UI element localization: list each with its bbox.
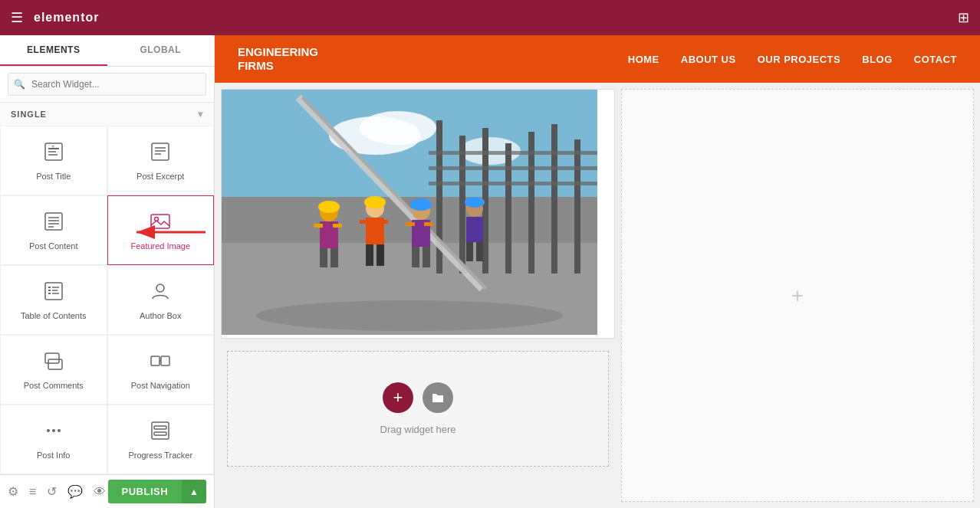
svg-rect-49 [429,166,597,170]
table-of-contents-icon [43,280,64,305]
widget-table-of-contents[interactable]: Table of Contents [0,265,107,335]
grid-icon[interactable]: ⊞ [958,9,969,26]
svg-rect-76 [466,242,473,261]
nav-contact[interactable]: COTACT [914,54,957,65]
svg-rect-34 [154,432,166,435]
tab-global[interactable]: GLOBAL [107,35,215,66]
svg-rect-32 [152,422,169,439]
preview-icon[interactable]: 👁 [94,485,106,499]
layers-icon[interactable]: ≡ [29,485,36,499]
widget-post-content[interactable]: Post Content [0,195,107,265]
hamburger-icon[interactable]: ☰ [11,9,23,26]
publish-button[interactable]: PUBLISH [108,480,183,503]
svg-rect-24 [45,353,59,363]
post-excerpt-label: Post Excerpt [136,172,184,181]
drag-buttons: + [383,382,453,413]
svg-point-79 [256,300,563,331]
widget-progress-tracker[interactable]: Progress Tracker [107,405,215,474]
table-of-contents-label: Table of Contents [21,311,87,320]
nav-projects[interactable]: OUR PROJECTS [758,54,841,65]
svg-rect-50 [429,182,597,185]
widgets-grid: T Post Title Post Excerpt [0,126,214,474]
widget-featured-image[interactable]: Featured Image [107,195,215,265]
history-icon[interactable]: ↺ [47,484,57,499]
drag-label: Drag widget here [380,424,456,435]
svg-rect-77 [476,242,483,261]
nav-blog[interactable]: BLOG [862,54,893,65]
widget-post-navigation[interactable]: Post Navigation [107,335,215,405]
svg-rect-27 [161,356,169,365]
svg-rect-5 [152,143,169,160]
sidebar-tabs: ELEMENTS GLOBAL [0,35,214,67]
post-content-icon [43,211,64,235]
svg-rect-75 [466,217,483,242]
svg-point-73 [410,198,432,211]
svg-rect-33 [154,426,166,429]
widget-post-comments[interactable]: Post Comments [0,335,107,405]
canvas-left: + Drag widget here [215,83,621,508]
bottom-toolbar: ⚙ ≡ ↺ 💬 👁 PUBLISH ▲ [0,474,214,508]
svg-rect-70 [424,222,433,226]
widget-post-excerpt[interactable]: Post Excerpt [107,126,215,195]
settings-icon[interactable]: ⚙ [8,484,18,499]
svg-rect-62 [360,220,369,224]
svg-text:T: T [51,145,55,150]
add-section-icon[interactable]: + [791,283,804,308]
svg-point-31 [58,429,61,432]
svg-point-78 [465,197,485,208]
svg-point-23 [156,284,164,292]
svg-rect-55 [314,224,323,228]
search-icon: 🔍 [14,79,25,90]
post-title-label: Post Title [36,172,71,181]
post-navigation-icon [150,350,171,375]
bottom-toolbar-icons: ⚙ ≡ ↺ 💬 👁 [8,484,106,499]
svg-rect-16 [45,283,62,300]
widget-post-title[interactable]: T Post Title [0,126,107,195]
svg-rect-64 [366,244,373,266]
search-input[interactable] [8,73,206,96]
featured-image-canvas [221,89,615,339]
post-comments-icon [43,350,64,375]
author-box-label: Author Box [140,311,181,320]
post-comments-label: Post Comments [24,381,84,390]
featured-image-label: Featured Image [130,241,190,251]
nav-home[interactable]: HOME [628,54,659,65]
svg-rect-25 [48,359,62,369]
svg-point-29 [47,429,50,432]
svg-rect-65 [377,244,384,266]
svg-point-59 [318,201,340,213]
comments-icon[interactable]: 💬 [67,484,83,499]
post-info-label: Post Info [37,451,70,460]
post-navigation-label: Post Navigation [131,381,190,390]
svg-point-38 [360,111,436,145]
svg-rect-71 [412,247,419,267]
section-label-text: SINGLE [11,110,47,119]
canvas-right-panel[interactable]: + [621,89,974,502]
section-label: SINGLE ▾ [0,103,214,126]
main-layout: ELEMENTS GLOBAL 🔍 SINGLE ▾ [0,35,980,508]
publish-dropdown-button[interactable]: ▲ [182,480,206,503]
svg-rect-57 [320,248,327,267]
progress-tracker-icon [150,420,171,444]
sidebar: ELEMENTS GLOBAL 🔍 SINGLE ▾ [0,35,215,508]
svg-rect-14 [151,215,169,228]
tab-elements[interactable]: ELEMENTS [0,35,107,66]
templates-button[interactable] [423,382,453,413]
construction-image [222,90,597,335]
svg-rect-46 [551,124,557,274]
nav-about[interactable]: ABOUT US [681,54,736,65]
drag-drop-zone[interactable]: + Drag widget here [227,351,609,467]
post-info-icon [43,420,64,444]
svg-rect-44 [505,143,511,274]
add-widget-button[interactable]: + [383,382,413,413]
svg-rect-63 [379,220,388,224]
canvas-content: + Drag widget here + [215,83,980,508]
widget-author-box[interactable]: Author Box [107,265,215,335]
svg-rect-69 [406,222,415,226]
author-box-icon [150,280,171,305]
section-collapse-arrow[interactable]: ▾ [198,109,203,120]
featured-image-icon [150,211,171,235]
post-content-label: Post Content [29,241,78,251]
widget-post-info[interactable]: Post Info [0,405,107,474]
post-title-icon: T [43,141,64,166]
